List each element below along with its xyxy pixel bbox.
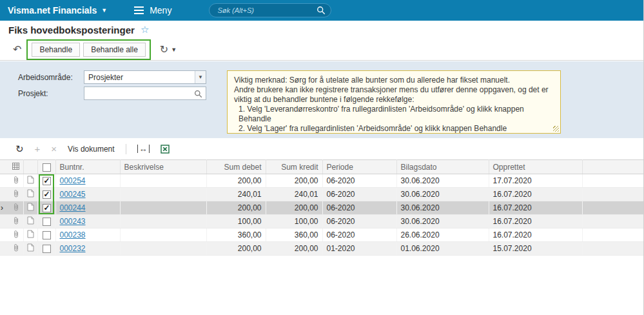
opprettet-cell: 16.07.2020: [489, 215, 582, 229]
row-marker: [0, 215, 9, 229]
table-row[interactable]: 000245 240,01 240,01 06-2020 30.06.2020 …: [0, 188, 643, 201]
buntnr-cell: 000254: [55, 174, 120, 188]
periode-cell: 06-2020: [322, 174, 396, 188]
application-window: Visma.net Financials ▼ Meny Fiks hovedbo…: [0, 0, 644, 315]
bilagsdato-cell: 30.06.2020: [396, 201, 489, 215]
attachment-cell[interactable]: [9, 215, 23, 229]
buntnr-link[interactable]: 000238: [60, 230, 86, 239]
vis-dokument-button[interactable]: Vis dokument: [68, 145, 115, 154]
buntnr-cell: 000245: [55, 188, 120, 201]
buntnr-cell: 000243: [55, 215, 120, 229]
data-grid: Buntnr. Beskrivelse Sum debet Sum kredit…: [0, 159, 643, 256]
note-icon: [27, 230, 34, 238]
bilagsdato-cell: 30.06.2020: [396, 215, 489, 229]
checkbox-cell: [37, 215, 55, 229]
row-marker: [0, 188, 9, 201]
buntnr-link[interactable]: 000243: [60, 217, 86, 226]
buntnr-cell: 000244: [55, 201, 120, 215]
row-marker-header: [0, 160, 9, 174]
checkbox-cell: [37, 188, 55, 201]
favorite-star-icon[interactable]: ☆: [141, 24, 149, 36]
note-cell[interactable]: [23, 229, 37, 242]
column-header-buntnr[interactable]: Buntnr.: [55, 160, 120, 174]
note-icon: [27, 216, 34, 225]
sum-debet-cell: 100,00: [206, 215, 266, 229]
brand-menu[interactable]: Visma.net Financials ▼: [8, 5, 107, 15]
note-column-header: [23, 160, 37, 174]
buntnr-link[interactable]: 000245: [60, 190, 86, 199]
brand-label: Visma.net Financials: [8, 5, 97, 15]
page-title: Fiks hovedboksposteringer: [8, 25, 135, 36]
workspace-label: Arbeidsområde:: [18, 73, 84, 82]
sum-debet-cell: 200,00: [206, 242, 266, 256]
buntnr-link[interactable]: 000254: [60, 176, 86, 185]
header-row: Buntnr. Beskrivelse Sum debet Sum kredit…: [0, 160, 643, 174]
note-line: Viktig merknad: Sørg for å utelate alle …: [234, 76, 554, 85]
attachment-cell[interactable]: [9, 174, 23, 188]
row-checkbox[interactable]: [43, 245, 51, 253]
attachment-cell[interactable]: [9, 201, 23, 215]
filler-cell: [582, 188, 643, 201]
column-header-sum-debet[interactable]: Sum debet: [206, 160, 266, 174]
attachment-cell[interactable]: [9, 188, 23, 201]
fit-width-icon[interactable]: ↔: [137, 145, 150, 153]
buntnr-link[interactable]: 000232: [60, 244, 86, 253]
buntnr-cell: 000232: [55, 242, 120, 256]
chevron-down-icon: ▼: [171, 46, 177, 53]
opprettet-cell: 16.07.2020: [489, 229, 582, 242]
beskrivelse-cell: [120, 242, 206, 256]
project-input[interactable]: [84, 87, 206, 99]
project-label: Prosjekt:: [18, 89, 84, 98]
row-checkbox[interactable]: [43, 218, 51, 226]
add-row-icon[interactable]: +: [35, 144, 41, 154]
search-input[interactable]: [209, 3, 331, 17]
attachment-cell[interactable]: [9, 242, 23, 256]
export-excel-icon[interactable]: [161, 145, 170, 154]
table-row[interactable]: 000243 100,00 100,00 06-2020 30.06.2020 …: [0, 215, 643, 229]
bilagsdato-cell: 01.06.2020: [396, 242, 489, 256]
table-row[interactable]: › 000244 200,00 200,00 06-2020 30.06.202…: [0, 201, 643, 215]
buntnr-cell: 000238: [55, 229, 120, 242]
menu-button[interactable]: Meny: [134, 5, 171, 15]
select-all-checkbox[interactable]: [43, 163, 51, 172]
resize-grip-icon[interactable]: [553, 126, 559, 132]
column-header-periode[interactable]: Periode: [322, 160, 396, 174]
note-cell[interactable]: [23, 215, 37, 229]
row-checkbox[interactable]: [43, 190, 51, 199]
dropdown-arrow-icon[interactable]: ▼: [195, 71, 206, 83]
row-marker: ›: [0, 201, 9, 215]
delete-row-icon[interactable]: ×: [51, 144, 57, 154]
table-row[interactable]: 000238 360,00 360,00 06-2020 26.06.2020 …: [0, 229, 643, 242]
behandle-button[interactable]: Behandle: [32, 43, 80, 57]
refresh-button[interactable]: ↻ ▼: [160, 45, 177, 55]
buntnr-link[interactable]: 000244: [60, 203, 86, 212]
search-icon[interactable]: [317, 6, 326, 15]
note-cell[interactable]: [23, 188, 37, 201]
sum-kredit-cell: 100,00: [266, 215, 322, 229]
column-header-opprettet[interactable]: Opprettet: [489, 160, 582, 174]
table-row[interactable]: 000254 200,00 200,00 06-2020 30.06.2020 …: [0, 174, 643, 188]
undo-icon[interactable]: ↶: [13, 45, 21, 55]
note-icon: [27, 203, 34, 211]
behandle-alle-button[interactable]: Behandle alle: [83, 43, 146, 57]
title-bar: Fiks hovedboksposteringer ☆: [0, 21, 643, 39]
grid-settings-header[interactable]: [9, 160, 23, 174]
note-cell[interactable]: [23, 242, 37, 256]
attachment-cell[interactable]: [9, 229, 23, 242]
row-checkbox[interactable]: [43, 177, 51, 185]
row-checkbox[interactable]: [43, 231, 51, 239]
workspace-filter-row: Arbeidsområde: Prosjekter ▼: [18, 70, 206, 84]
workspace-select[interactable]: Prosjekter ▼: [84, 70, 206, 84]
filler-cell: [582, 174, 643, 188]
note-icon: [27, 176, 34, 184]
column-header-beskrivelse[interactable]: Beskrivelse: [120, 160, 206, 174]
row-checkbox[interactable]: [43, 204, 51, 212]
note-cell[interactable]: [23, 201, 37, 215]
note-cell[interactable]: [23, 174, 37, 188]
column-header-sum-kredit[interactable]: Sum kredit: [266, 160, 322, 174]
grid-refresh-icon[interactable]: ↻: [15, 144, 24, 154]
table-row[interactable]: 000232 200,00 200,00 01-2020 01.06.2020 …: [0, 242, 643, 256]
column-header-bilagsdato[interactable]: Bilagsdato: [396, 160, 489, 174]
lookup-magnifier-icon[interactable]: [194, 90, 202, 98]
annotation-box-buttons: Behandle Behandle alle: [26, 39, 150, 60]
